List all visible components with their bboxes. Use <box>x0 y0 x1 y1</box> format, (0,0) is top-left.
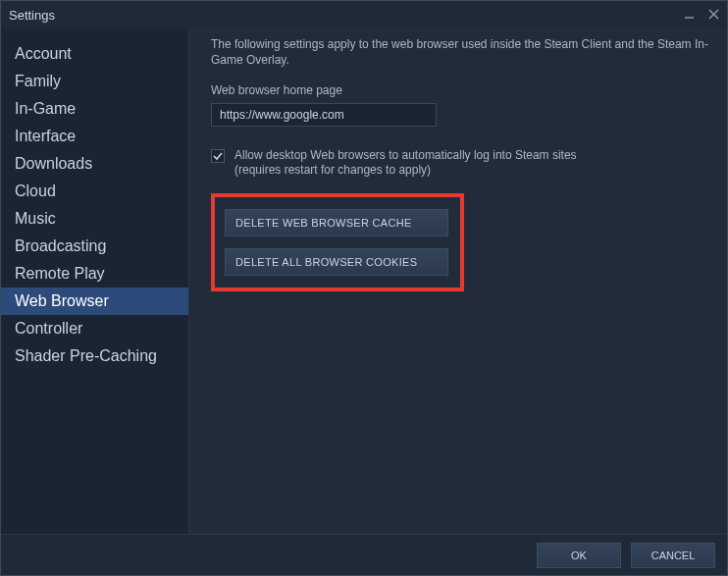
autologin-label: Allow desktop Web browsers to automatica… <box>234 148 577 178</box>
homepage-label: Web browser home page <box>211 83 709 97</box>
cancel-button[interactable]: CANCEL <box>631 543 715 568</box>
body: AccountFamilyIn-GameInterfaceDownloadsCl… <box>1 28 727 534</box>
sidebar-item-family[interactable]: Family <box>1 68 188 95</box>
window-title: Settings <box>9 8 684 23</box>
content-pane: The following settings apply to the web … <box>189 28 727 534</box>
homepage-input[interactable] <box>211 103 437 127</box>
footer: OK CANCEL <box>1 534 727 575</box>
sidebar-item-cloud[interactable]: Cloud <box>1 178 188 205</box>
autologin-label-line1: Allow desktop Web browsers to automatica… <box>234 148 577 162</box>
sidebar-item-broadcasting[interactable]: Broadcasting <box>1 233 188 260</box>
close-icon[interactable] <box>708 8 719 23</box>
minimize-icon[interactable] <box>684 8 695 23</box>
delete-cache-button[interactable]: DELETE WEB BROWSER CACHE <box>225 209 448 236</box>
settings-window: Settings AccountFamilyIn-GameInterfaceDo… <box>0 0 728 576</box>
sidebar-item-shader-pre-caching[interactable]: Shader Pre-Caching <box>1 342 188 370</box>
autologin-label-line2: (requires restart for changes to apply) <box>234 163 431 177</box>
sidebar-item-in-game[interactable]: In-Game <box>1 95 188 123</box>
sidebar-item-account[interactable]: Account <box>1 40 188 68</box>
sidebar: AccountFamilyIn-GameInterfaceDownloadsCl… <box>1 28 189 534</box>
sidebar-item-downloads[interactable]: Downloads <box>1 150 188 178</box>
autologin-checkbox[interactable] <box>211 149 225 163</box>
window-controls <box>684 8 719 23</box>
sidebar-item-controller[interactable]: Controller <box>1 315 188 342</box>
highlight-box: DELETE WEB BROWSER CACHE DELETE ALL BROW… <box>211 193 464 291</box>
sidebar-item-interface[interactable]: Interface <box>1 123 188 150</box>
description-text: The following settings apply to the web … <box>211 36 709 68</box>
delete-cookies-button[interactable]: DELETE ALL BROWSER COOKIES <box>225 248 448 276</box>
sidebar-item-remote-play[interactable]: Remote Play <box>1 260 188 288</box>
autologin-row: Allow desktop Web browsers to automatica… <box>211 148 709 178</box>
ok-button[interactable]: OK <box>537 543 621 568</box>
sidebar-item-music[interactable]: Music <box>1 205 188 233</box>
titlebar: Settings <box>1 1 727 28</box>
sidebar-item-web-browser[interactable]: Web Browser <box>1 288 188 315</box>
